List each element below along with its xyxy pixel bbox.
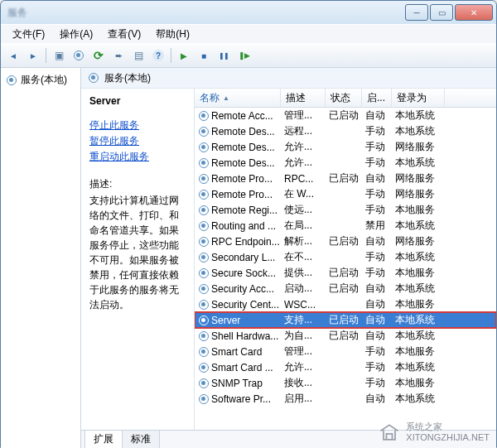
service-row[interactable]: Software Pr...启用...自动本地系统 [195, 391, 496, 407]
service-row[interactable]: Remote Acc...管理...已启动自动本地系统 [195, 108, 496, 123]
service-row[interactable]: Remote Pro...在 W...手动网络服务 [195, 186, 496, 202]
cell-name: Smart Card [211, 346, 262, 358]
col-header-name[interactable]: 名称▲ [195, 89, 281, 107]
description-label: 描述: [89, 177, 186, 191]
cell-startup: 自动 [362, 392, 392, 406]
details-pane: Server 停止此服务 暂停此服务 重启动此服务 描述: 支持此计算机通过网络… [81, 89, 194, 430]
service-row[interactable]: RPC Endpoin...解析...已启动自动网络服务 [195, 234, 496, 249]
list-body[interactable]: Remote Acc...管理...已启动自动本地系统Remote Des...… [195, 108, 496, 430]
cell-logon: 本地系统 [392, 108, 445, 123]
service-icon [198, 110, 210, 122]
service-row[interactable]: Secure Sock...提供...已启动手动本地服务 [195, 265, 496, 281]
columns-button[interactable] [129, 46, 147, 65]
col-header-startup[interactable]: 启... [362, 89, 392, 107]
service-row[interactable]: Remote Des...远程...手动本地系统 [195, 123, 496, 139]
service-icon [198, 299, 210, 311]
cell-desc: 允许... [281, 156, 326, 170]
cell-status: 已启动 [326, 313, 362, 327]
service-row[interactable]: Security Cent...WSC...自动本地服务 [195, 296, 496, 312]
service-icon [198, 205, 210, 216]
col-header-status[interactable]: 状态 [326, 89, 362, 107]
restart-service-link[interactable]: 重启动此服务 [89, 150, 186, 164]
stop-service-button[interactable] [195, 46, 213, 65]
pause-service-button[interactable] [215, 46, 233, 65]
minimize-button[interactable]: ─ [405, 4, 428, 21]
tree-root-label: 服务(本地) [21, 73, 67, 87]
cell-name: Server [211, 315, 240, 326]
cell-name: Secondary L... [211, 252, 275, 263]
service-row[interactable]: SNMP Trap接收...手动本地服务 [195, 375, 496, 391]
cell-status: 已启动 [326, 329, 362, 343]
service-row[interactable]: Smart Card ...允许...手动本地系统 [195, 359, 496, 375]
cell-name: Security Acc... [211, 283, 274, 295]
cell-name: Remote Des... [211, 126, 275, 137]
menu-view[interactable]: 查看(V) [101, 26, 147, 43]
titlebar[interactable]: 服务 ─ ▭ ✕ [1, 1, 496, 24]
description-text: 支持此计算机通过网络的文件、打印、和命名管道共享。如果服务停止，这些功能不可用。… [89, 193, 186, 312]
cell-name: Remote Pro... [211, 189, 273, 200]
body: 服务(本地) 服务(本地) Server 停止此服务 暂停此服务 重启动此服务 … [1, 68, 496, 448]
forward-button[interactable] [24, 46, 42, 65]
cell-desc: 接收... [281, 376, 326, 390]
services-icon [6, 75, 17, 86]
service-row[interactable]: Remote Pro...RPC...已启动自动网络服务 [195, 171, 496, 186]
cell-name: RPC Endpoin... [211, 236, 280, 248]
toolbar-separator [46, 48, 46, 63]
pause-service-link[interactable]: 暂停此服务 [89, 134, 186, 148]
tab-extended[interactable]: 扩展 [84, 431, 123, 448]
service-icon [198, 220, 210, 232]
cell-logon: 本地系统 [392, 250, 445, 264]
col-header-logon[interactable]: 登录为 [392, 89, 445, 107]
service-row[interactable]: Remote Regi...使远...手动本地服务 [195, 202, 496, 218]
toolbar-separator [171, 48, 171, 63]
cell-desc: 使远... [281, 203, 326, 217]
tree-root-item[interactable]: 服务(本地) [1, 71, 80, 89]
cell-startup: 手动 [362, 266, 392, 280]
service-row[interactable]: Shell Hardwa...为自...已启动自动本地系统 [195, 328, 496, 344]
service-row[interactable]: Server支持...已启动自动本地系统 [195, 312, 496, 328]
cell-desc: 允许... [281, 360, 326, 374]
service-icon [198, 378, 210, 389]
cell-desc: 启用... [281, 392, 326, 406]
cell-name: Routing and ... [211, 220, 276, 232]
stop-service-link[interactable]: 停止此服务 [89, 118, 186, 132]
cell-name: Remote Des... [211, 142, 275, 153]
cell-startup: 禁用 [362, 219, 392, 233]
cell-status: 已启动 [326, 266, 362, 280]
cell-logon: 本地系统 [392, 156, 445, 170]
cell-desc: 启动... [281, 282, 326, 296]
service-row[interactable]: Smart Card管理...手动本地服务 [195, 344, 496, 359]
service-row[interactable]: Security Acc...启动...已启动自动本地系统 [195, 281, 496, 296]
cell-desc: 管理... [281, 108, 326, 123]
close-button[interactable]: ✕ [455, 4, 493, 21]
restart-service-button[interactable] [234, 46, 253, 65]
service-row[interactable]: Remote Des...允许...手动本地系统 [195, 155, 496, 171]
menu-action[interactable]: 操作(A) [53, 26, 99, 43]
menu-file[interactable]: 文件(F) [6, 26, 51, 43]
back-button[interactable] [4, 46, 22, 65]
selected-service-name: Server [89, 95, 186, 107]
cell-startup: 手动 [362, 156, 392, 170]
menubar: 文件(F) 操作(A) 查看(V) 帮助(H) [1, 24, 496, 43]
cell-status: 已启动 [326, 282, 362, 296]
cell-name: Remote Des... [211, 157, 275, 169]
start-service-button[interactable] [175, 46, 193, 65]
service-icon [198, 346, 210, 358]
cell-logon: 网络服务 [392, 171, 445, 185]
cell-desc: 解析... [281, 234, 326, 248]
col-header-desc[interactable]: 描述 [281, 89, 326, 107]
tab-standard[interactable]: 标准 [122, 431, 160, 448]
export-list-button[interactable] [109, 46, 128, 65]
service-row[interactable]: Secondary L...在不...手动本地系统 [195, 249, 496, 265]
maximize-button[interactable]: ▭ [430, 4, 453, 21]
service-row[interactable]: Remote Des...允许...手动网络服务 [195, 139, 496, 155]
service-icon [198, 173, 210, 185]
help-button[interactable] [149, 46, 167, 65]
menu-help[interactable]: 帮助(H) [149, 26, 196, 43]
service-row[interactable]: Routing and ...在局...禁用本地系统 [195, 218, 496, 234]
properties-button[interactable] [70, 46, 88, 65]
show-hide-tree-button[interactable] [50, 46, 68, 65]
refresh-button[interactable] [89, 46, 108, 65]
cell-logon: 本地系统 [392, 219, 445, 233]
cell-name: SNMP Trap [211, 378, 263, 389]
